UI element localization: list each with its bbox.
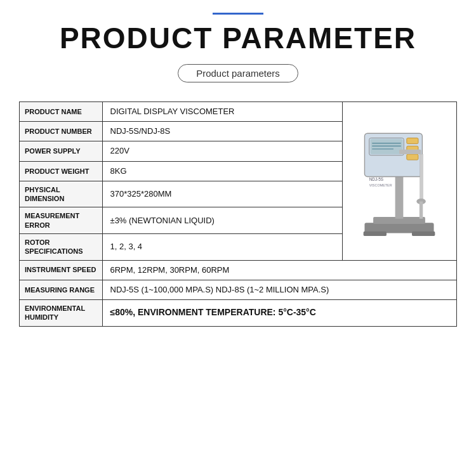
- table-row: INSTRUMENT SPEED6RPM, 12RPM, 30RPM, 60RP…: [20, 260, 456, 280]
- svg-rect-9: [407, 138, 418, 144]
- param-label: PRODUCT NAME: [20, 102, 102, 122]
- svg-rect-13: [420, 154, 423, 200]
- param-label: ROTOR SPECIFICATIONS: [20, 233, 102, 260]
- svg-rect-11: [407, 154, 418, 160]
- svg-rect-12: [399, 150, 421, 154]
- param-value: 1, 2, 3, 4: [102, 233, 342, 260]
- product-table-wrapper: PRODUCT NAMEDIGITAL DISPLAY VISCOMETER: [19, 101, 457, 327]
- table-row: PRODUCT NAMEDIGITAL DISPLAY VISCOMETER: [20, 102, 456, 122]
- param-value: NDJ-5S/NDJ-8S: [102, 122, 342, 141]
- param-label: MEASUREMENT ERROR: [20, 207, 102, 234]
- table-row: MEASURING RANGENDJ-5S (1~100,000 MPA.S) …: [20, 280, 456, 299]
- viscometer-illustration: NDJ-5S VISCOMETER: [348, 116, 450, 243]
- param-label: POWER SUPPLY: [20, 141, 102, 161]
- param-label: MEASURING RANGE: [20, 280, 102, 299]
- header-line: [213, 13, 263, 15]
- svg-rect-15: [420, 202, 423, 219]
- param-value: ±3% (NEWTONIAN LIQUID): [102, 207, 342, 234]
- subtitle-badge: Product parameters: [178, 64, 298, 82]
- param-value: 220V: [102, 141, 342, 161]
- table-row: ENVIRONMENTAL HUMIDITY≤80%, ENVIRONMENT …: [20, 299, 456, 325]
- param-label: PRODUCT WEIGHT: [20, 161, 102, 181]
- svg-rect-17: [412, 232, 435, 236]
- param-value: ≤80%, ENVIRONMENT TEMPERATURE: 5°C-35°C: [102, 299, 342, 325]
- product-image-cell: NDJ-5S VISCOMETER: [342, 102, 456, 260]
- param-value: 8KG: [102, 161, 342, 181]
- param-label: PRODUCT NUMBER: [20, 122, 102, 141]
- svg-text:VISCOMETER: VISCOMETER: [369, 183, 392, 187]
- param-value: DIGITAL DISPLAY VISCOMETER: [102, 102, 342, 122]
- param-value: 6RPM, 12RPM, 30RPM, 60RPM: [102, 260, 342, 280]
- param-label: ENVIRONMENTAL HUMIDITY: [20, 299, 102, 325]
- param-label: INSTRUMENT SPEED: [20, 260, 102, 280]
- page-wrapper: PRODUCT PARAMETER Product parameters PRO…: [0, 0, 476, 451]
- svg-text:NDJ-5S: NDJ-5S: [369, 177, 383, 181]
- header-section: PRODUCT PARAMETER Product parameters: [19, 13, 457, 94]
- svg-rect-16: [364, 232, 387, 236]
- svg-rect-5: [371, 140, 403, 155]
- param-value: 370*325*280MM: [102, 181, 342, 207]
- param-value: NDJ-5S (1~100,000 MPA.S) NDJ-8S (1~2 MIL…: [102, 280, 342, 299]
- main-title: PRODUCT PARAMETER: [19, 21, 457, 55]
- param-label: PHYSICAL DIMENSION: [20, 181, 102, 207]
- product-table: PRODUCT NAMEDIGITAL DISPLAY VISCOMETER: [20, 102, 456, 326]
